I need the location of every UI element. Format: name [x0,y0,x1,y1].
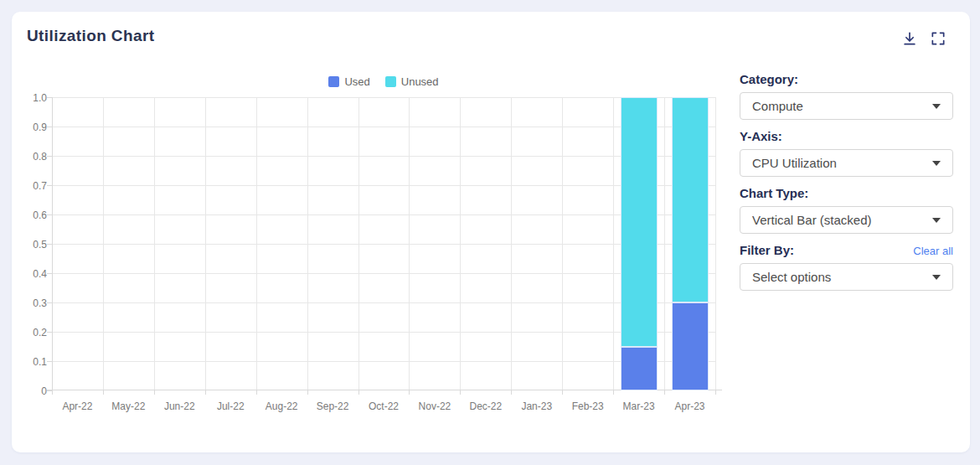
chart-type-select-value: Vertical Bar (stacked) [752,213,872,227]
y-axis-label: Y-Axis: [740,129,782,143]
filter-by-label: Filter By: [740,243,794,257]
utilization-chart-card: Utilization Chart UsedUnused 1.00.90.80.… [12,12,970,452]
x-tick-label: Nov-22 [419,400,451,412]
gridline [52,361,715,362]
chart-type-label: Chart Type: [740,186,808,200]
chevron-down-icon [932,104,941,109]
y-tick-label: 0.9 [18,121,47,133]
gridline [460,97,461,390]
x-tick [256,390,257,395]
x-tick-label: Feb-23 [572,400,604,412]
header-toolbar [901,30,946,47]
x-tick [460,390,461,395]
y-tick-label: 0.6 [18,209,47,221]
chart-legend: UsedUnused [52,75,715,88]
fullscreen-icon[interactable] [930,30,946,47]
x-axis-labels: Apr-22May-22Jun-22Jul-22Aug-22Sep-22Oct-… [52,400,715,414]
gridline [562,97,563,390]
clear-all-link[interactable]: Clear all [913,245,953,257]
gridline [52,156,715,157]
y-tick-label: 1.0 [18,92,47,104]
y-tick-label: 0.1 [18,356,47,368]
y-tick-label: 0.8 [18,151,47,163]
bar-mar-23 [621,97,658,390]
x-tick [715,390,716,395]
x-tick [358,390,359,395]
x-tick-label: Apr-23 [675,400,705,412]
x-tick [409,390,410,395]
chevron-down-icon [932,218,941,223]
legend-swatch [328,76,339,87]
gridline [52,214,715,215]
legend-item-used[interactable]: Used [328,75,369,88]
bar-apr-23 [672,97,709,390]
x-tick-label: Oct-22 [369,400,399,412]
bar-segment-used[interactable] [621,347,658,391]
chevron-down-icon [932,161,941,166]
gridline [664,97,665,390]
gridline [256,97,257,390]
x-tick [664,390,665,395]
y-axis-line [52,97,53,390]
y-tick-label: 0.5 [18,239,47,251]
plot-area [52,97,715,390]
x-tick [154,390,155,395]
x-tick-label: Jan-23 [521,400,552,412]
y-tick-label: 0 [18,385,47,397]
y-axis-select-value: CPU Utilization [752,156,837,170]
x-tick-label: Dec-22 [470,400,503,412]
chevron-down-icon [932,275,941,280]
y-tick-label: 0.2 [18,327,47,338]
x-tick-label: Jun-22 [164,400,195,412]
gridline [358,97,359,390]
category-select[interactable]: Compute [740,92,953,120]
gridline [409,97,410,390]
x-tick [103,390,104,395]
legend-swatch [385,76,396,87]
y-axis-select[interactable]: CPU Utilization [740,149,953,177]
gridline [205,97,206,390]
y-tick-label: 0.4 [18,268,47,280]
x-tick [562,390,563,395]
category-label: Category: [740,72,798,86]
gridline [613,97,614,390]
bar-segment-unused[interactable] [672,97,709,302]
category-select-value: Compute [752,99,803,113]
legend-label: Unused [401,75,439,88]
gridline [52,97,715,98]
y-tick-label: 0.3 [18,297,47,309]
gridline [103,97,104,390]
x-tick [511,390,512,395]
bar-segment-unused[interactable] [621,97,658,347]
x-tick-label: Apr-22 [62,400,92,412]
gridline [52,185,715,186]
x-tick-label: Mar-23 [623,400,655,412]
gridline [307,97,308,390]
gridline [715,97,716,390]
gridline [52,302,715,303]
x-tick [613,390,614,395]
x-tick [307,390,308,395]
filter-by-select[interactable]: Select options [740,263,953,291]
legend-label: Used [344,75,369,88]
y-tick-label: 0.7 [18,180,47,192]
y-axis-labels: 1.00.90.80.70.60.50.40.30.20.10 [18,97,47,390]
gridline [52,332,715,333]
download-icon[interactable] [901,30,918,47]
x-tick-label: May-22 [111,400,145,412]
x-tick-label: Aug-22 [266,400,298,412]
filter-by-select-value: Select options [752,270,831,284]
x-tick [52,390,53,395]
legend-item-unused[interactable]: Unused [385,75,439,88]
gridline [52,273,715,274]
gridline [511,97,512,390]
page-title: Utilization Chart [27,27,154,45]
x-tick-label: Sep-22 [317,400,349,412]
x-tick [205,390,206,395]
gridline [154,97,155,390]
gridline [52,127,715,127]
chart-type-select[interactable]: Vertical Bar (stacked) [740,206,953,234]
bar-segment-used[interactable] [672,302,709,390]
gridline [52,244,715,245]
x-tick-label: Jul-22 [217,400,245,412]
